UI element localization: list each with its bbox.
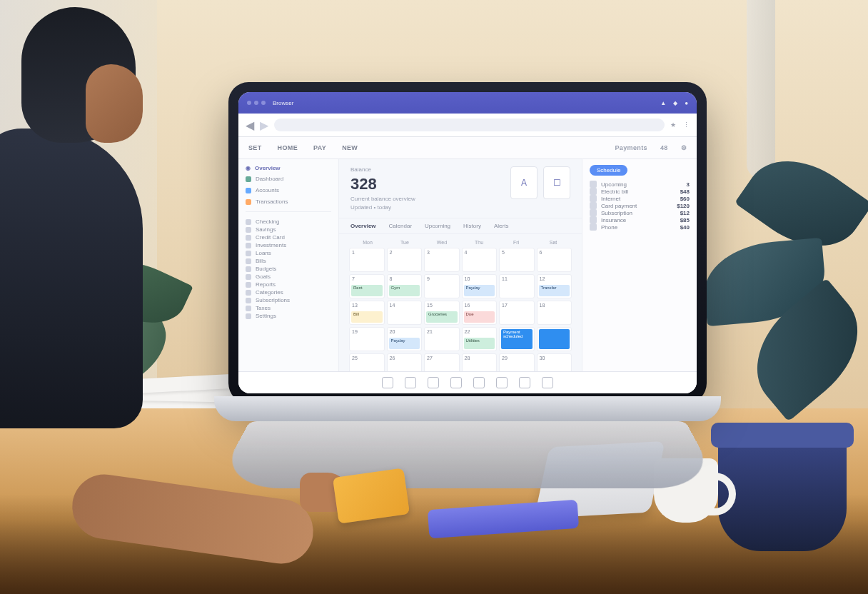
rpanel-row[interactable]: Card payment$120 <box>590 202 690 209</box>
taskbar-icon[interactable] <box>519 377 530 388</box>
toolbar-item[interactable]: NEW <box>342 144 358 151</box>
taskbar-icon[interactable] <box>405 377 416 388</box>
taskbar-icon[interactable] <box>542 377 553 388</box>
toolbar-item[interactable]: HOME <box>278 144 298 151</box>
app-toolbar: SET HOME PAY NEW Payments 48 ⚙ <box>238 137 697 159</box>
sidebar-item[interactable]: Budgets <box>246 265 331 273</box>
taskbar-icon[interactable] <box>473 377 485 388</box>
calendar-cell[interactable]: 16Due <box>462 301 498 325</box>
toolbar-item[interactable]: SET <box>248 144 262 151</box>
sidebar-item[interactable]: Loans <box>246 249 331 257</box>
sidebar-group[interactable]: Accounts <box>246 186 331 194</box>
calendar-cell[interactable]: 17 <box>499 301 535 325</box>
calendar-cell[interactable]: 21 <box>424 327 460 351</box>
taskbar-icon[interactable] <box>450 377 462 388</box>
sidebar-group[interactable]: Transactions <box>246 198 331 206</box>
tab[interactable]: History <box>463 223 481 229</box>
tab[interactable]: Calendar <box>389 223 412 229</box>
calendar-weekdays: MonTueWedThuFriSat <box>349 240 572 245</box>
calendar-cell[interactable]: 1 <box>349 248 385 272</box>
back-icon[interactable]: ◀ <box>246 119 254 132</box>
calendar-cell[interactable]: 19 <box>349 327 385 351</box>
laptop-base-lip <box>214 396 721 421</box>
calendar-cell[interactable]: 8Gym <box>387 274 423 298</box>
calendar-cell[interactable]: 9 <box>424 274 460 298</box>
sidebar-item[interactable]: Settings <box>246 312 331 320</box>
sidebar-group[interactable]: Dashboard <box>246 175 331 183</box>
summary-subline: Updated • today <box>350 204 415 211</box>
summary-bar: Balance 328 Current balance overview Upd… <box>339 159 582 218</box>
schedule-chip[interactable]: Schedule <box>590 165 627 176</box>
traffic-lights[interactable] <box>247 101 266 105</box>
calendar-cell[interactable]: 28 <box>462 353 498 371</box>
calendar-cell[interactable]: 5 <box>499 248 535 272</box>
titlebar-label: Browser <box>273 100 293 106</box>
sidebar-header-label: Overview <box>255 165 281 171</box>
calendar-cell[interactable]: 20Payday <box>387 327 423 351</box>
address-bar[interactable] <box>274 119 665 131</box>
calendar-cell[interactable]: 7Rent <box>349 274 385 298</box>
person <box>0 0 164 428</box>
sidebar-item[interactable]: Bills <box>246 257 331 265</box>
close-icon[interactable] <box>247 101 251 105</box>
sidebar-item[interactable]: Checking <box>246 218 331 226</box>
calendar-cell[interactable]: 12Transfer <box>537 274 572 298</box>
window-control-icon[interactable]: ▲ <box>660 100 666 106</box>
window-control-icon[interactable]: ◆ <box>673 100 677 106</box>
calendar-cell[interactable]: 18 <box>537 301 572 325</box>
sidebar-item[interactable]: Taxes <box>246 304 331 312</box>
calendar-cell[interactable]: 10Payday <box>462 274 498 298</box>
sidebar-item[interactable]: Subscriptions <box>246 296 331 304</box>
calendar-cell[interactable]: 22Utilities <box>462 327 498 351</box>
calendar-cell[interactable]: 3 <box>424 248 460 272</box>
sidebar-item[interactable]: Categories <box>246 288 331 296</box>
rpanel-row[interactable]: Internet$60 <box>590 195 690 202</box>
minimize-icon[interactable] <box>254 101 258 105</box>
calendar-cell[interactable]: 4 <box>462 248 498 272</box>
calendar-grid: 1234567Rent8Gym910Payday1112Transfer13Bi… <box>349 248 572 371</box>
taskbar-icon[interactable] <box>382 377 393 388</box>
rpanel-row[interactable]: Subscription$12 <box>590 209 690 216</box>
rpanel-row[interactable]: Phone$40 <box>590 223 690 231</box>
sidebar-item[interactable]: Goals <box>246 273 331 281</box>
rpanel-row[interactable]: Electric bill$48 <box>590 188 690 195</box>
toolbar-right-value: 48 <box>660 144 668 151</box>
tab[interactable]: Alerts <box>494 223 508 229</box>
settings-icon[interactable]: ⚙ <box>681 144 687 151</box>
window-control-icon[interactable]: ● <box>685 100 688 106</box>
calendar-cell[interactable]: 14 <box>387 301 423 325</box>
sidebar-item[interactable]: Investments <box>246 241 331 249</box>
sidebar-header: ◉ Overview <box>246 165 331 171</box>
calendar-cell[interactable]: 13Bill <box>349 301 385 325</box>
summary-big-number: 328 <box>350 175 415 193</box>
summary-card[interactable]: A <box>510 166 538 199</box>
calendar-cell[interactable]: 6 <box>537 248 572 272</box>
calendar-cell[interactable]: 25 <box>349 353 385 371</box>
rpanel-row[interactable]: Insurance$85 <box>590 216 690 223</box>
toolbar-item[interactable]: PAY <box>313 144 326 151</box>
calendar-cell[interactable]: 23Payment scheduled <box>499 327 535 351</box>
tab[interactable]: Overview <box>350 223 376 229</box>
rpanel-row[interactable]: Upcoming3 <box>590 181 690 188</box>
sidebar-item[interactable]: Savings <box>246 226 331 233</box>
person-body <box>0 129 143 428</box>
calendar-cell[interactable]: 27 <box>424 353 460 371</box>
summary-card[interactable]: ☐ <box>543 166 570 199</box>
calendar-cell[interactable]: 24 <box>537 327 572 351</box>
calendar-cell[interactable]: 30 <box>537 353 572 371</box>
calendar-cell[interactable]: 26 <box>387 353 423 371</box>
sidebar-item[interactable]: Credit Card <box>246 233 331 241</box>
taskbar-icon[interactable] <box>496 377 508 388</box>
tab[interactable]: Upcoming <box>425 223 450 229</box>
calendar-cell[interactable]: 15Groceries <box>424 301 460 325</box>
forward-icon[interactable]: ▶ <box>260 119 268 132</box>
calendar-cell[interactable]: 11 <box>499 274 535 298</box>
menu-icon[interactable]: ⋮ <box>683 121 690 129</box>
calendar: MonTueWedThuFriSat 1234567Rent8Gym910Pay… <box>339 234 582 371</box>
sidebar-item[interactable]: Reports <box>246 281 331 288</box>
calendar-cell[interactable]: 2 <box>387 248 423 272</box>
calendar-cell[interactable]: 29 <box>499 353 535 371</box>
taskbar-icon[interactable] <box>428 377 439 388</box>
maximize-icon[interactable] <box>261 101 266 105</box>
extension-icon[interactable]: ★ <box>670 121 676 129</box>
